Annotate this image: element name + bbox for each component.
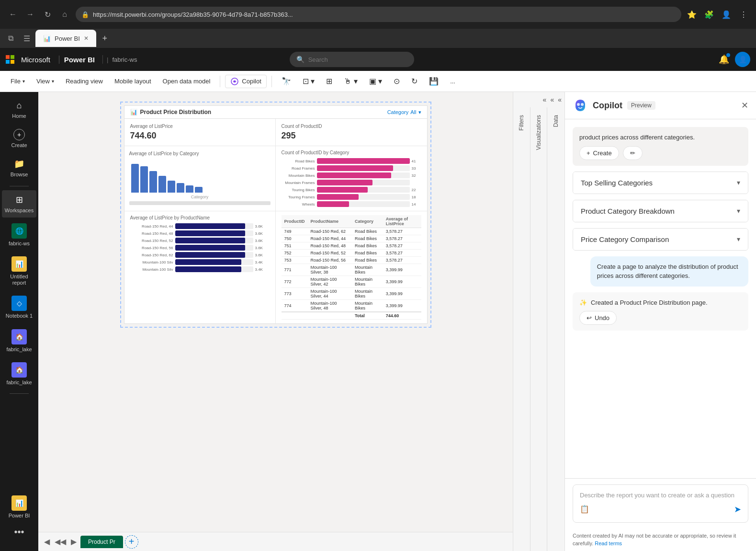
profile-button[interactable]: 👤 [720,8,733,21]
bar-row-7: Wheels 14 [282,201,421,207]
accordion-price-comparison[interactable]: Price Category Comparison ▾ [573,228,748,251]
toolbar-dropdown-btn2[interactable]: 🖱 ▾ [339,75,362,88]
search-input[interactable] [308,56,404,63]
paste-icon[interactable]: 📋 [580,505,589,514]
read-terms-link[interactable]: Read terms [595,540,622,546]
accordion-product-breakdown[interactable]: Product Category Breakdown ▾ [573,200,748,222]
user-avatar[interactable]: 👤 [735,52,750,67]
copilot-content[interactable]: product prices across different categori… [565,119,756,478]
extensions-button[interactable]: 🧩 [702,8,716,21]
lp-track-7 [175,266,253,272]
filters-tab[interactable]: Filters [514,107,529,138]
page-prev-btn[interactable]: ◀ [42,535,52,548]
report-category-filter[interactable]: Category All ▾ [387,109,421,115]
lp-track-6 [175,259,253,265]
sidebar-item-fabric-ws[interactable]: 🌐 fabric-ws [2,219,36,251]
chat-input-box[interactable]: Describe the report you want to create o… [573,484,748,523]
toolbar-binoculars-btn[interactable]: 🔭 [277,75,296,88]
lp-track-3 [175,238,253,243]
accordion-top-selling[interactable]: Top Selling Categories ▾ [573,172,748,194]
settings-button[interactable]: ⋮ [737,8,750,21]
total-value: 744.60 [383,312,421,320]
sidebar-item-home[interactable]: ⌂ Home [2,96,36,123]
reading-view-btn[interactable]: Reading view [61,76,108,87]
mobile-layout-btn[interactable]: Mobile layout [110,76,156,87]
page-tab-product[interactable]: Product Pr [80,536,123,548]
sidebar-untitled-label: Untitled report [4,274,34,286]
visualizations-tab[interactable]: Visualizations [531,107,546,158]
favorites-button[interactable]: ⭐ [685,8,699,21]
listprice-row-6: Mountain-100 Silv 3.4K [130,259,270,265]
notification-button[interactable]: 🔔 [719,54,729,65]
table-row: 773Mountain-100 Silver, 44Mountain Bikes… [282,288,421,300]
page-next-btn[interactable]: ▶ [69,535,79,548]
sidebar-item-browse[interactable]: 📁 Browse [2,154,36,182]
copilot-button[interactable]: Copilot [225,75,266,88]
back-button[interactable]: ← [6,7,20,22]
app-container: Microsoft Power BI | fabric-ws 🔍 🔔 👤 Fil… [0,48,756,551]
metric-value-2: 295 [282,131,421,141]
toolbar-dropdown-btn1[interactable]: ⊡ ▾ [298,75,319,88]
accordion-product-breakdown-header[interactable]: Product Category Breakdown ▾ [573,200,748,222]
open-data-model-btn[interactable]: Open data model [158,76,215,87]
sidebar-item-fabric-lake1[interactable]: 🏠 fabric_lake [2,325,36,356]
tab-sidebar-btn[interactable]: ☰ [20,32,34,45]
chart-scrollbar[interactable] [129,201,271,205]
total-label: Total [352,312,383,320]
refresh-button[interactable]: ↻ [40,7,55,22]
microsoft-squares-icon [6,55,14,64]
toolbar-refresh-btn[interactable]: ↻ [406,75,422,88]
send-button[interactable]: ➤ [734,504,741,515]
sidebar-item-fabric-lake2[interactable]: 🏠 fabric_lake [2,358,36,390]
data-tab[interactable]: Data [549,107,563,135]
edit-btn[interactable]: ✏ [623,146,643,160]
toolbar-icon5[interactable]: ▣ ▾ [364,75,387,88]
canvas-scroll[interactable]: 📊 Product Price Distribution Category Al… [38,92,513,532]
toolbar-icon3[interactable]: ⊞ [321,75,337,88]
home-button[interactable]: ⌂ [57,7,72,22]
copilot-close-btn[interactable]: ✕ [741,100,748,111]
bar-track-5 [317,187,410,193]
toolbar-icon6[interactable]: ⊙ [389,75,405,88]
page-first-btn[interactable]: ◀◀ [53,535,68,548]
report-pbi-icon: 📊 [130,109,137,115]
global-search-bar[interactable]: 🔍 [290,52,414,67]
browse-icon: 📁 [13,158,25,170]
view-menu[interactable]: View ▾ [32,76,59,87]
tab-close-btn[interactable]: ✕ [84,35,89,42]
toolbar-more-btn[interactable]: ... [445,76,460,87]
undo-button[interactable]: ↩ Undo [579,311,617,325]
lp-fill-6 [175,259,242,265]
reading-view-label: Reading view [66,78,103,85]
mobile-layout-label: Mobile layout [114,78,151,85]
sidebar-item-more[interactable]: ••• [2,523,36,541]
sidebar-item-notebook[interactable]: ◇ Notebook 1 [2,292,36,323]
sidebar-item-untitled-report[interactable]: 📊 Untitled report [2,253,36,290]
sidebar-item-powerbi[interactable]: 📊 Power BI [2,492,36,523]
collapse-btn-3[interactable]: « [557,95,563,104]
file-chevron-icon: ▾ [23,79,25,84]
sidebar-item-create[interactable]: + Create [2,125,36,152]
lp-val-7: 3.4K [255,267,270,272]
create-btn[interactable]: + Create [579,146,619,160]
sidebar-fabric-ws-label: fabric-ws [9,241,30,247]
accordion-top-selling-header[interactable]: Top Selling Categories ▾ [573,172,748,194]
collapse-btn-1[interactable]: « [542,95,548,104]
bar-fill-3 [317,172,391,178]
forward-button[interactable]: → [23,7,37,22]
add-page-button[interactable]: + [125,535,138,549]
more-icon: ••• [14,527,24,538]
bottom-bar: ◀ ◀◀ ▶ Product Pr + [38,532,513,551]
file-menu[interactable]: File ▾ [6,76,30,87]
accordion-product-breakdown-label: Product Category Breakdown [581,207,675,215]
toolbar-save-btn[interactable]: 💾 [424,75,443,88]
new-tab-button[interactable]: + [98,32,112,45]
table-row: 752Road-150 Red, 52Road Bikes3,578.27 [282,250,421,257]
collapse-btn-2[interactable]: « [549,95,555,104]
initial-message-bubble: product prices across different categori… [573,127,748,166]
address-bar[interactable]: 🔒 https://msit.powerbi.com/groups/32a98b… [76,7,681,22]
accordion-price-comparison-header[interactable]: Price Category Comparison ▾ [573,229,748,250]
tab-new-window-btn[interactable]: ⧉ [4,32,17,45]
sidebar-item-workspaces[interactable]: ⊞ Workspaces [2,190,36,218]
browser-tab-active[interactable]: 📊 Power BI ✕ [35,30,96,47]
